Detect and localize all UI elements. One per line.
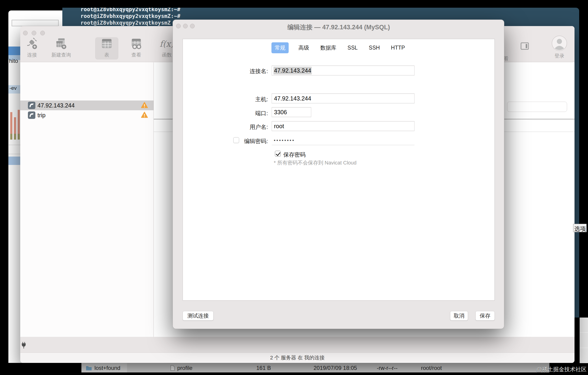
monitor-row-text: -ev (10, 85, 17, 91)
login-button[interactable]: 登录 (548, 35, 571, 59)
sidebar-item-connection[interactable]: trip (20, 110, 154, 120)
tab-ssl[interactable]: SSL (346, 43, 359, 53)
table-icon (93, 36, 121, 51)
host-label: 主机: (221, 96, 268, 103)
connection-name: trip (37, 112, 141, 119)
monitor-partial-text: hito (9, 58, 18, 64)
connection-name-value: 47.92.143.244 (274, 67, 311, 74)
warning-icon (141, 102, 148, 109)
cancel-button[interactable]: 取消 (450, 311, 468, 321)
terminal-line: root@iZ8vbhxqyqpy2vxqtkoysmZ:~# (62, 8, 579, 13)
minimize-button[interactable] (32, 31, 36, 35)
save-password-label: 保存密码 (283, 151, 306, 158)
screen: root@iZ8vbhxqyqpy2vxqtkoysmZ:~# root@iZ8… (0, 0, 588, 375)
clipped-options-tag: 选项 (573, 224, 587, 232)
host-value: 47.92.143.244 (274, 95, 311, 102)
tab-ssh[interactable]: SSH (368, 43, 381, 53)
connection-plug-icon[interactable] (21, 342, 27, 350)
username-value: root (274, 123, 284, 129)
monitor-gridline (9, 154, 21, 154)
edit-connection-dialog: 编辑连接 — 47.92.143.244 (MySQL) 常规 高级 数据库 S… (173, 20, 504, 329)
file-name: profile (177, 365, 192, 371)
sidebar-item-connection[interactable]: 47.92.143.244 (20, 100, 154, 110)
toolbar-item-table[interactable]: 表 (93, 36, 121, 61)
dialog-tabs: 常规 高级 数据库 SSL SSH HTTP (183, 42, 495, 53)
file-owner: root/root (421, 365, 442, 371)
file-permissions: -rw-r--r-- (377, 365, 398, 371)
password-field[interactable]: •••••••• (272, 135, 414, 145)
terminal-line: root@iZ8vbhxqyqpy2vxqtkoysmZ:~# (62, 13, 579, 20)
tab-http[interactable]: HTTP (389, 43, 406, 53)
background-window-rows (580, 318, 588, 363)
status-text: 2 个 服务器 在 我的连接 (270, 354, 325, 361)
window-controls (23, 31, 45, 35)
tab-advanced[interactable]: 高级 (297, 42, 311, 53)
dialog-panel: 常规 高级 数据库 SSL SSH HTTP 连接名: 47.92.143.24… (183, 39, 495, 300)
connection-name: 47.92.143.244 (37, 102, 141, 109)
port-field[interactable]: 3306 (272, 107, 311, 117)
avatar-icon (551, 35, 567, 51)
file-date: 2019/07/09 18:05 (314, 365, 357, 371)
toolbar-item-label: 新建查询 (47, 52, 75, 58)
save-password-checkbox[interactable] (275, 151, 281, 157)
content-filter-box[interactable] (507, 102, 567, 112)
file-manager-row: lost+found profile 161 B 2019/07/09 18:0… (81, 363, 549, 373)
edit-password-label: 编辑密码: (221, 138, 268, 145)
cloud-note: * 所有密码不会保存到 Navicat Cloud (274, 159, 357, 166)
mysql-icon (28, 102, 35, 109)
toolbar-partial-label: 看 (504, 55, 508, 62)
login-label: 登录 (548, 53, 571, 59)
warning-icon (141, 112, 148, 119)
watermark: @稀土掘金技术社区 (536, 366, 587, 373)
folder-name: lost+found (94, 365, 120, 371)
monitor-gridline (9, 145, 21, 145)
username-field[interactable]: root (272, 121, 414, 131)
file-icon (170, 365, 175, 371)
zoom-button[interactable] (40, 31, 45, 35)
sidebar-toggle-icon[interactable] (521, 42, 529, 51)
close-button[interactable] (23, 31, 28, 35)
bottom-black-strip (0, 373, 588, 375)
mysql-icon (28, 111, 35, 119)
username-label: 用户名: (221, 123, 268, 131)
connection-sidebar: 47.92.143.244 trip (20, 62, 154, 337)
password-masked-value: •••••••• (274, 138, 295, 143)
toolbar-item-view[interactable]: 查看 (122, 36, 150, 61)
test-connection-button[interactable]: 测试连接 (183, 311, 213, 321)
toolbar-item-label: 表 (93, 52, 121, 58)
sidebar-footer: 搜索 (20, 337, 575, 353)
table-view-icon (122, 36, 150, 51)
monitor-field (12, 20, 59, 26)
dialog-title: 编辑连接 — 47.92.143.244 (MySQL) (173, 23, 504, 32)
toolbar-item-connection[interactable]: 连接 (20, 36, 46, 61)
tab-databases[interactable]: 数据库 (319, 42, 338, 53)
connection-name-label: 连接名: (221, 67, 268, 75)
new-query-icon (47, 36, 75, 51)
port-label: 端口: (221, 110, 268, 117)
status-bar: 2 个 服务器 在 我的连接 (20, 353, 575, 363)
save-button[interactable]: 保存 (475, 311, 495, 321)
sidebar-divider (154, 62, 154, 354)
folder-icon (86, 365, 92, 371)
connection-name-field[interactable]: 47.92.143.244 (272, 66, 414, 75)
host-field[interactable]: 47.92.143.244 (272, 94, 414, 103)
toolbar-item-new-query[interactable]: 新建查询 (47, 36, 75, 61)
new-connection-icon (20, 36, 46, 51)
port-value: 3306 (274, 109, 287, 116)
toolbar-item-label: 查看 (122, 52, 150, 58)
toolbar-item-label: 连接 (20, 52, 46, 58)
file-size: 161 B (256, 365, 271, 371)
tab-general[interactable]: 常规 (272, 42, 289, 53)
